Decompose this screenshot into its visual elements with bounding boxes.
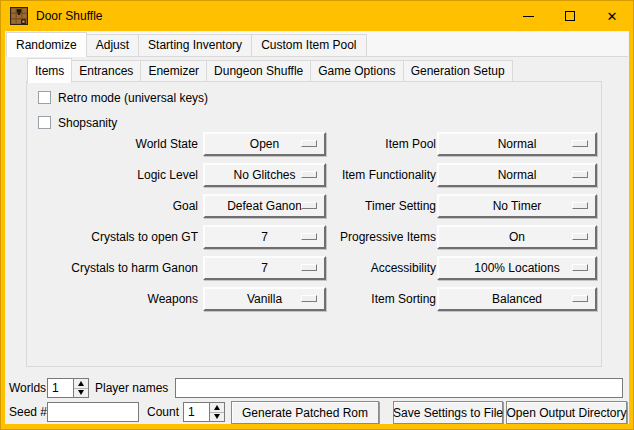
progressive-items-dropdown[interactable]: On xyxy=(437,225,597,249)
timer-setting-dropdown[interactable]: No Timer xyxy=(437,194,597,218)
progressive-items-label: Progressive Items xyxy=(237,225,436,249)
generate-patched-rom-button[interactable]: Generate Patched Rom xyxy=(231,401,379,424)
window-title: Door Shuffle xyxy=(36,9,103,23)
close-button[interactable]: ✕ xyxy=(591,1,633,31)
tab-enemizer[interactable]: Enemizer xyxy=(140,60,207,82)
accessibility-label: Accessibility xyxy=(237,256,436,280)
shopsanity-checkbox[interactable] xyxy=(38,116,51,129)
shopsanity-label: Shopsanity xyxy=(58,116,117,130)
count-spinbox[interactable]: 1 xyxy=(183,402,225,422)
timer-setting-label: Timer Setting xyxy=(237,194,436,218)
seed-input[interactable] xyxy=(47,402,139,422)
worlds-value[interactable]: 1 xyxy=(48,379,73,397)
accessibility-dropdown[interactable]: 100% Locations xyxy=(437,256,597,280)
window-body: Randomize Adjust Starting Inventory Cust… xyxy=(5,31,629,424)
item-sorting-label: Item Sorting xyxy=(237,287,436,311)
seed-label: Seed # xyxy=(9,402,47,422)
open-output-directory-button[interactable]: Open Output Directory xyxy=(506,401,627,424)
worlds-spin-up-button[interactable] xyxy=(74,379,88,388)
tab-entrances[interactable]: Entrances xyxy=(71,60,141,82)
arrow-down-icon xyxy=(214,414,220,419)
goal-label: Goal xyxy=(27,194,198,218)
player-names-input[interactable] xyxy=(175,378,623,398)
maximize-icon xyxy=(565,11,575,21)
worlds-label: Worlds xyxy=(9,378,46,398)
title-bar: Door Shuffle ✕ xyxy=(1,1,633,31)
crystals-gt-label: Crystals to open GT xyxy=(27,225,198,249)
item-pool-value: Normal xyxy=(498,137,537,151)
tab-dungeon-shuffle[interactable]: Dungeon Shuffle xyxy=(206,60,311,82)
worlds-spinbox[interactable]: 1 xyxy=(47,378,89,398)
count-spin-arrows xyxy=(209,403,224,421)
item-pool-dropdown[interactable]: Normal xyxy=(437,132,597,156)
item-sorting-value: Balanced xyxy=(492,292,542,306)
world-state-label: World State xyxy=(27,132,198,156)
worlds-spin-arrows xyxy=(73,379,88,397)
tab-items[interactable]: Items xyxy=(27,58,72,83)
dropdown-indicator-icon xyxy=(572,171,588,178)
count-label: Count xyxy=(147,402,179,422)
maximize-button[interactable] xyxy=(549,1,591,31)
count-value[interactable]: 1 xyxy=(184,403,209,421)
timer-setting-value: No Timer xyxy=(493,199,542,213)
count-spin-down-button[interactable] xyxy=(210,412,224,422)
dropdown-indicator-icon xyxy=(572,264,588,271)
retro-mode-label: Retro mode (universal keys) xyxy=(58,91,208,105)
dropdown-indicator-icon xyxy=(572,140,588,147)
progressive-items-value: On xyxy=(509,230,525,244)
count-spin-up-button[interactable] xyxy=(210,403,224,412)
crystals-ganon-label: Crystals to harm Ganon xyxy=(27,256,198,280)
item-sorting-dropdown[interactable]: Balanced xyxy=(437,287,597,311)
close-icon: ✕ xyxy=(607,10,618,23)
tab-randomize[interactable]: Randomize xyxy=(6,32,87,57)
logic-level-label: Logic Level xyxy=(27,163,198,187)
minimize-icon xyxy=(523,16,534,17)
retro-mode-checkbox[interactable] xyxy=(38,91,51,104)
item-functionality-value: Normal xyxy=(498,168,537,182)
minimize-button[interactable] xyxy=(507,1,549,31)
dropdown-indicator-icon xyxy=(572,202,588,209)
tab-generation-setup[interactable]: Generation Setup xyxy=(403,60,513,82)
shopsanity-checkbox-row: Shopsanity xyxy=(38,115,117,130)
player-names-label: Player names xyxy=(95,378,168,398)
arrow-up-icon xyxy=(214,405,220,410)
main-tab-strip: Randomize Adjust Starting Inventory Cust… xyxy=(6,32,628,57)
tab-starting-inventory[interactable]: Starting Inventory xyxy=(138,34,252,56)
tab-adjust[interactable]: Adjust xyxy=(86,34,139,56)
accessibility-value: 100% Locations xyxy=(474,261,559,275)
save-settings-button[interactable]: Save Settings to File xyxy=(393,401,503,424)
randomize-sub-tab-strip: Items Entrances Enemizer Dungeon Shuffle… xyxy=(27,58,513,82)
app-door-icon xyxy=(10,7,28,25)
worlds-spin-down-button[interactable] xyxy=(74,388,88,398)
arrow-down-icon xyxy=(78,390,84,395)
door-shuffle-window: Door Shuffle ✕ Randomize Adjust Starting… xyxy=(0,0,634,430)
tab-game-options[interactable]: Game Options xyxy=(310,60,403,82)
item-pool-label: Item Pool xyxy=(237,132,436,156)
window-controls: ✕ xyxy=(507,1,633,31)
retro-mode-checkbox-row: Retro mode (universal keys) xyxy=(38,90,208,105)
items-pane: Retro mode (universal keys) Shopsanity W… xyxy=(26,81,602,367)
tab-custom-item-pool[interactable]: Custom Item Pool xyxy=(251,34,366,56)
dropdown-indicator-icon xyxy=(572,233,588,240)
dropdown-indicator-icon xyxy=(572,295,588,302)
item-functionality-label: Item Functionality xyxy=(237,163,436,187)
weapons-label: Weapons xyxy=(27,287,198,311)
item-functionality-dropdown[interactable]: Normal xyxy=(437,163,597,187)
arrow-up-icon xyxy=(78,381,84,386)
